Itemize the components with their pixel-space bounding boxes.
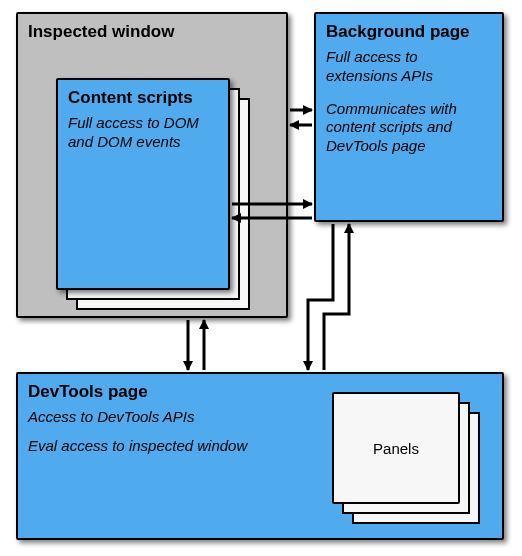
devtools-page-desc1: Access to DevTools APIs [28, 408, 308, 427]
inspected-window-title: Inspected window [28, 22, 276, 42]
arrow-background-to-devtools [308, 224, 333, 370]
content-scripts-title: Content scripts [68, 88, 218, 108]
content-scripts-desc: Full access to DOM and DOM events [68, 114, 208, 152]
background-page-box: Background page Full access to extension… [314, 12, 504, 222]
background-page-desc2: Communicates with content scripts and De… [326, 100, 492, 156]
diagram-stage: Inspected window Content scripts Full ac… [0, 0, 522, 556]
background-page-desc1: Full access to extensions APIs [326, 48, 492, 86]
panels-label: Panels [373, 440, 419, 457]
content-scripts-box: Content scripts Full access to DOM and D… [56, 78, 230, 290]
background-page-title: Background page [326, 22, 492, 42]
arrow-devtools-to-background [324, 224, 349, 370]
panels-box: Panels [332, 392, 460, 504]
devtools-page-desc2: Eval access to inspected window [28, 437, 308, 456]
